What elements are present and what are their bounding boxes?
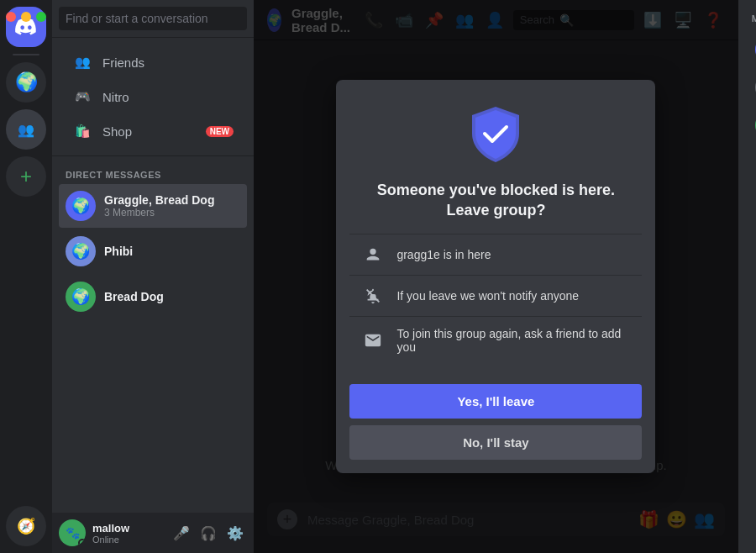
settings-button[interactable]: ⚙️ bbox=[223, 521, 247, 545]
modal-rejoin-text: To join this group again, ask a friend t… bbox=[396, 327, 628, 354]
shop-label: Shop bbox=[102, 124, 132, 139]
modal-blocked-user-text: gragg1e is in here bbox=[396, 248, 491, 261]
dm-name-bread-dog: Bread Dog bbox=[104, 290, 164, 303]
dm-item-bread-dog[interactable]: 🌍 Bread Dog bbox=[59, 275, 247, 319]
mic-button[interactable]: 🎤 bbox=[170, 521, 193, 545]
dm-item-graggle-bread-dog[interactable]: 🌍 Graggle, Bread Dog 3 Members bbox=[59, 184, 247, 228]
dm-info-graggle: Graggle, Bread Dog 3 Members bbox=[104, 193, 214, 219]
dm-info-phibi: Phibi bbox=[104, 245, 133, 258]
server-divider bbox=[13, 54, 39, 55]
confirm-leave-button[interactable]: Yes, I'll leave bbox=[349, 384, 642, 419]
modal-actions: Yes, I'll leave No, I'll stay bbox=[336, 377, 655, 473]
discover-icon[interactable]: 🧭 bbox=[6, 506, 46, 546]
server-sidebar: 🌍 👥 + 🧭 bbox=[0, 0, 52, 553]
new-badge: NEW bbox=[206, 126, 234, 137]
member-item-mallow[interactable]: 🐾 mallow bbox=[745, 107, 756, 144]
search-input[interactable] bbox=[59, 7, 247, 30]
modal-body: gragg1e is in here If you leave we won't… bbox=[336, 234, 655, 377]
member-item-graggle[interactable]: 🌍 Gragg1e bbox=[745, 69, 756, 106]
headphone-button[interactable]: 🎧 bbox=[197, 521, 220, 545]
dm-info-bread-dog: Bread Dog bbox=[104, 290, 164, 303]
modal-info-no-notify: If you leave we won't notify anyone bbox=[349, 275, 642, 316]
sidebar-item-nitro[interactable]: 🎮 Nitro bbox=[59, 80, 247, 113]
modal-header: Someone you've blocked is here. Leave gr… bbox=[336, 80, 655, 234]
chat-area: 🌍 Graggle, Bread D... 📞 📹 📌 👥 👤 Search 🔍… bbox=[254, 0, 738, 553]
shield-icon bbox=[462, 100, 529, 167]
nav-section: 👥 Friends 🎮 Nitro 🛍️ Shop NEW bbox=[52, 38, 254, 156]
modal-overlay: Someone you've blocked is here. Leave gr… bbox=[254, 0, 738, 553]
dm-name-phibi: Phibi bbox=[104, 245, 133, 258]
status-dot bbox=[78, 539, 86, 546]
username-label: mallow bbox=[92, 522, 163, 535]
cancel-leave-button[interactable]: No, I'll stay bbox=[349, 425, 642, 460]
member-item-bread-dog[interactable]: 🌍 Bread Dog 👑 bbox=[745, 31, 756, 68]
user-blocked-icon bbox=[363, 245, 383, 265]
no-notify-icon bbox=[363, 286, 383, 306]
close-button[interactable] bbox=[6, 12, 16, 22]
members-sidebar: MEMBERS — 3 🌍 Bread Dog 👑 🌍 Gragg1e 🐾 ma… bbox=[738, 0, 756, 553]
dm-section-label: DIRECT MESSAGES bbox=[52, 156, 254, 183]
members-label: MEMBERS — 3 bbox=[738, 13, 756, 30]
sidebar-item-shop[interactable]: 🛍️ Shop NEW bbox=[59, 114, 247, 148]
main-area: 👥 Friends 🎮 Nitro 🛍️ Shop NEW DIRECT MES… bbox=[52, 0, 756, 553]
channel-sidebar: 👥 Friends 🎮 Nitro 🛍️ Shop NEW DIRECT MES… bbox=[52, 0, 254, 553]
leave-group-modal: Someone you've blocked is here. Leave gr… bbox=[336, 80, 655, 473]
shop-icon: 🛍️ bbox=[72, 121, 92, 141]
user-info: mallow Online bbox=[92, 522, 163, 545]
nitro-label: Nitro bbox=[102, 90, 129, 104]
modal-no-notify-text: If you leave we won't notify anyone bbox=[396, 289, 579, 303]
dm-item-phibi[interactable]: 🌍 Phibi bbox=[59, 229, 247, 273]
server-bottom: 🧭 bbox=[6, 506, 46, 546]
friends-icon: 👥 bbox=[72, 52, 92, 72]
modal-info-blocked-user: gragg1e is in here bbox=[349, 234, 642, 275]
user-status-label: Online bbox=[92, 535, 163, 545]
sidebar-item-friends[interactable]: 👥 Friends bbox=[59, 45, 247, 79]
add-server-button[interactable]: + bbox=[6, 156, 46, 197]
user-avatar: 🐾 bbox=[59, 519, 86, 546]
dm-avatar-graggle: 🌍 bbox=[66, 191, 96, 221]
dm-avatar-phibi: 🌍 bbox=[66, 236, 96, 266]
server-icon-earth1[interactable]: 🌍 bbox=[6, 62, 46, 103]
earth-icon: 🌍 bbox=[15, 71, 38, 93]
server-icon-group[interactable]: 👥 bbox=[6, 109, 46, 150]
maximize-button[interactable] bbox=[36, 12, 46, 22]
envelope-icon bbox=[363, 330, 383, 350]
dm-name-graggle: Graggle, Bread Dog bbox=[104, 193, 214, 207]
modal-title: Someone you've blocked is here. Leave gr… bbox=[377, 181, 615, 220]
dm-sub-graggle: 3 Members bbox=[104, 207, 214, 219]
user-area: 🐾 mallow Online 🎤 🎧 ⚙️ bbox=[52, 513, 254, 553]
friends-label: Friends bbox=[102, 55, 144, 70]
channel-search-area bbox=[52, 0, 254, 38]
dm-avatar-bread-dog: 🌍 bbox=[66, 282, 96, 312]
minimize-button[interactable] bbox=[21, 12, 31, 22]
nitro-icon: 🎮 bbox=[72, 87, 92, 107]
user-controls: 🎤 🎧 ⚙️ bbox=[170, 521, 247, 545]
modal-info-rejoin: To join this group again, ask a friend t… bbox=[349, 316, 642, 364]
group-icon: 👥 bbox=[18, 122, 34, 138]
